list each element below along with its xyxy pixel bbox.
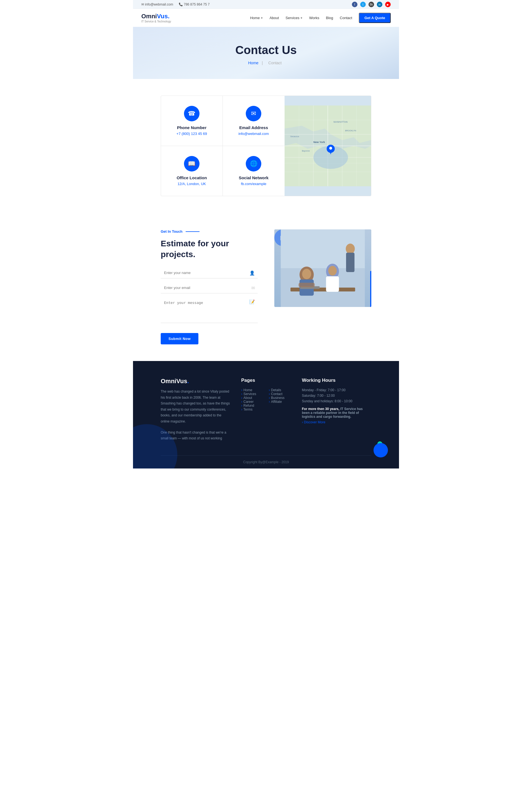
facebook-icon[interactable]: f [352, 2, 358, 7]
copyright-text: Copyright By@Example - 2019 [243, 460, 289, 464]
footer-pages-grid: Home Services About Career Refund Terms … [241, 388, 291, 411]
breadcrumb: Home | Contact [141, 61, 391, 65]
message-input[interactable] [161, 297, 258, 323]
footer-wh-sunday: Sunday and holidays: 8:00 - 10:00 [302, 399, 371, 403]
logo-tagline: IT Service & Technology [141, 20, 171, 23]
footer-desc-1: The web has changed a lot since Vitaly p… [161, 389, 230, 425]
svg-text:MANHATTAN: MANHATTAN [334, 120, 348, 123]
svg-point-32 [328, 266, 337, 276]
behance-icon[interactable]: Bk [368, 2, 374, 7]
map-svg: MANHATTAN Bayonne BROOKLYN Secaucus New … [285, 96, 371, 196]
footer-discover-link[interactable]: › Discover More [302, 420, 371, 424]
svg-point-23 [329, 147, 332, 150]
message-field-group: 📝 [161, 297, 258, 324]
footer-pages-col: Pages Home Services About Career Refund … [241, 378, 291, 442]
name-field-group: 👤 [161, 267, 258, 279]
footer-about-col: OmniVus. The web has changed a lot since… [161, 378, 230, 442]
email-info: ✉ info@webmail.com [141, 2, 173, 6]
message-icon: 📝 [249, 299, 255, 305]
breadcrumb-current: Contact [268, 61, 282, 65]
footer-pages-col1: Home Services About Career Refund Terms [241, 388, 263, 411]
hero-banner: Contact Us Home | Contact [133, 27, 399, 79]
contact-section: ☎ Phone Number +7 (800) 123 45 69 ✉ Emai… [133, 79, 399, 213]
topbar: ✉ info@webmail.com 📞 786 875 864 75 7 f … [133, 0, 399, 9]
social-title: Social Network [229, 175, 278, 180]
svg-point-33 [346, 244, 355, 254]
video-scene-svg [274, 229, 371, 307]
email-icon: ✉ [141, 2, 144, 6]
estimate-section: Get In Touch Estimate for your projects.… [133, 213, 399, 361]
svg-text:BROOKLYN: BROOKLYN [345, 129, 356, 132]
phone-info: 📞 786 875 864 75 7 [179, 2, 210, 6]
footer-link-affiliate[interactable]: Affiliate [269, 400, 291, 404]
video-accent-bar [370, 271, 371, 307]
video-thumbnail[interactable]: ▶ [274, 229, 371, 307]
footer-pages-col2: Details Contact Business Affiliate [269, 388, 291, 411]
email-card: ✉ Email Address info@webmail.com [223, 96, 285, 146]
svg-rect-34 [346, 253, 355, 272]
footer-wh-saturday: Saturday: 7:00 - 12:00 [302, 394, 371, 398]
location-card: 📖 Office Location 12/A, London, UK [161, 146, 223, 196]
svg-point-29 [302, 269, 311, 279]
email-input[interactable] [161, 282, 258, 293]
logo[interactable]: OmniVus. IT Service & Technology [141, 13, 171, 23]
user-icon: 👤 [249, 270, 255, 276]
estimate-title: Estimate for your projects. [161, 238, 258, 260]
svg-text:New York: New York [314, 141, 325, 143]
footer-wh-monfri: Monday - Friday: 7:00 - 17:00 [302, 388, 371, 392]
page-title: Contact Us [141, 43, 391, 57]
phone-icon-circle: ☎ [184, 106, 200, 121]
nav-home[interactable]: Home + [250, 16, 263, 20]
svg-text:Bayonne: Bayonne [302, 150, 310, 152]
breadcrumb-home[interactable]: Home [248, 61, 258, 65]
email-title: Email Address [229, 125, 278, 130]
header: OmniVus. IT Service & Technology Home + … [133, 9, 399, 27]
social-value: fb.com/example [229, 182, 278, 186]
footer-link-business[interactable]: Business [269, 396, 291, 400]
nav-about[interactable]: About [270, 16, 279, 20]
footer: OmniVus. The web has changed a lot since… [133, 361, 399, 468]
email-field-group: ✉ [161, 282, 258, 293]
footer-bottom: Copyright By@Example - 2019 [161, 456, 371, 468]
youtube-icon[interactable]: ▶ [385, 2, 391, 7]
breadcrumb-separator: | [262, 61, 264, 65]
phone-value: +7 (800) 123 45 69 [168, 132, 216, 136]
footer-link-details[interactable]: Details [269, 388, 291, 392]
map[interactable]: MANHATTAN Bayonne BROOKLYN Secaucus New … [285, 96, 371, 196]
estimate-form-area: Get In Touch Estimate for your projects.… [161, 229, 258, 344]
svg-rect-31 [326, 276, 339, 292]
nav-blog[interactable]: Blog [326, 16, 333, 20]
footer-link-services[interactable]: Services [241, 392, 263, 396]
footer-link-refund[interactable]: Refund [241, 404, 263, 407]
linkedin-icon[interactable]: in [377, 2, 382, 7]
footer-grid: OmniVus. The web has changed a lot since… [161, 378, 371, 456]
nav-works[interactable]: Works [309, 16, 320, 20]
get-in-touch-label: Get In Touch [161, 229, 258, 233]
phone-icon: 📞 [179, 2, 183, 6]
get-quote-button[interactable]: Get A Quote [359, 13, 391, 23]
footer-link-contact[interactable]: Contact [269, 392, 291, 396]
footer-link-terms[interactable]: Terms [241, 407, 263, 411]
footer-link-home[interactable]: Home [241, 388, 263, 392]
svg-rect-36 [299, 283, 315, 287]
submit-button[interactable]: Submit Now [161, 333, 198, 344]
contact-grid: ☎ Phone Number +7 (800) 123 45 69 ✉ Emai… [161, 96, 371, 196]
footer-wh-bold-text: For more then 30 years, IT Service has b… [302, 407, 371, 419]
nav-contact[interactable]: Contact [340, 16, 352, 20]
nav-services[interactable]: Services + [286, 16, 303, 20]
location-value: 12/A, London, UK [168, 182, 216, 186]
twitter-icon[interactable]: t [360, 2, 366, 7]
footer-link-career[interactable]: Career [241, 400, 263, 404]
phone-title: Phone Number [168, 125, 216, 130]
footer-link-about[interactable]: About [241, 396, 263, 400]
footer-logo: OmniVus. [161, 378, 230, 385]
footer-circle-decoration-blue [374, 443, 388, 457]
location-title: Office Location [168, 175, 216, 180]
contact-form: 👤 ✉ 📝 Submit Now [161, 267, 258, 344]
footer-pages-title: Pages [241, 378, 291, 383]
social-card: 🌐 Social Network fb.com/example [223, 146, 285, 196]
location-icon-circle: 📖 [184, 156, 200, 172]
footer-working-hours-title: Working Hours [302, 378, 371, 383]
logo-name: OmniVus. [141, 13, 171, 20]
name-input[interactable] [161, 267, 258, 279]
